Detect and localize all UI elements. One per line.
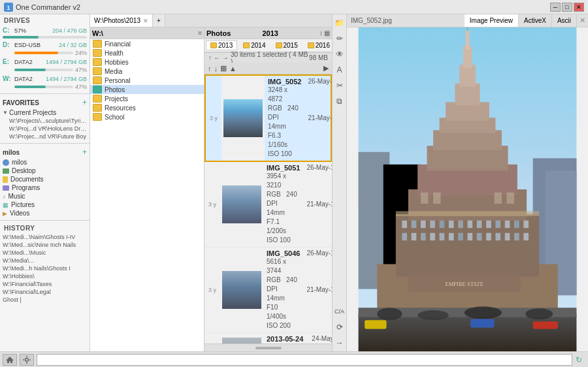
favorites-item-1[interactable]: W:\Proj...d VR\HoloLens Draw — [0, 125, 90, 133]
tool-scissors[interactable]: ✂ — [334, 80, 346, 91]
folder-icon — [93, 95, 102, 103]
photo-row-0[interactable]: 3 y IMG_5052 3248 x 4872 RGB 240 DPI — [204, 74, 332, 162]
history-item-2[interactable]: W:\Medi...\Music — [0, 249, 90, 257]
history-item-7[interactable]: W:\Financial\Legal — [0, 288, 90, 296]
nav-back[interactable]: ← — [214, 54, 220, 61]
folder-resources[interactable]: Resources — [90, 103, 204, 112]
tool-ca[interactable]: C/A — [334, 306, 346, 317]
programs-icon — [3, 185, 9, 191]
drive-e[interactable]: E: DATA2 1494 / 2794 GB — [0, 57, 90, 67]
search-input[interactable] — [37, 354, 572, 366]
drive-c-bar — [3, 36, 87, 39]
favorites-item-2[interactable]: W:\Projec...nd VR\Future Boy — [0, 133, 90, 140]
nav-forward[interactable]: → — [222, 54, 229, 61]
minimize-button[interactable]: ─ — [550, 3, 561, 12]
divider-3 — [0, 220, 90, 221]
svg-marker-64 — [6, 357, 14, 363]
favorites-current-projects[interactable]: ▼ Current Projects — [0, 108, 90, 117]
user-item-music[interactable]: ♪ Music — [0, 192, 90, 200]
folder-projects[interactable]: Projects — [90, 94, 204, 103]
bottom-bar: ↻ — [0, 351, 588, 367]
preview-tab-image[interactable]: Image Preview — [465, 14, 519, 27]
user-item-programs[interactable]: Programs — [0, 184, 90, 192]
subfolder-2015[interactable]: 2015 — [272, 40, 302, 50]
user-add-button[interactable]: + — [82, 148, 87, 157]
user-item-desktop[interactable]: Desktop — [0, 167, 90, 175]
tool-cursor[interactable]: A — [334, 64, 346, 76]
scroll-up-button[interactable]: ▲ — [228, 65, 238, 72]
user-item-pictures[interactable]: ▦ Pictures — [0, 200, 90, 209]
folder-icon — [93, 40, 102, 48]
history-item-1[interactable]: W:\Med...sic\Nine Inch Nails — [0, 241, 90, 249]
sort-asc-button[interactable]: ↑ — [206, 65, 213, 72]
folder-financial[interactable]: Financial — [90, 39, 204, 48]
app-title: One Commander v2 — [16, 3, 550, 11]
svg-rect-39 — [458, 233, 463, 240]
settings-button[interactable] — [20, 354, 34, 366]
user-section: milos + milos Desktop Documents Programs… — [0, 145, 90, 219]
folder-media[interactable]: Media — [90, 67, 204, 76]
panel-tabs: W:\Photos\2013 ✕ + — [90, 14, 332, 27]
subfolder-2016[interactable]: 2016 — [304, 40, 332, 50]
preview-tabs: IMG_5052.jpg Image Preview ActiveX Ascii… — [347, 14, 588, 27]
panel-tab-add[interactable]: + — [153, 14, 165, 27]
history-item-6[interactable]: W:\Financial\Taxes — [0, 280, 90, 288]
folder-hobbies[interactable]: Hobbies — [90, 57, 204, 67]
tool-edit[interactable]: ✏ — [334, 33, 346, 44]
home-button[interactable] — [3, 354, 17, 366]
photo-list[interactable]: 3 y IMG_5052 3248 x 4872 RGB 240 DPI — [204, 74, 332, 343]
folder-school[interactable]: School — [90, 112, 204, 121]
scroll-right-button[interactable]: ▶ — [322, 64, 330, 72]
view-toggle-button[interactable]: ▦ — [219, 64, 228, 72]
tool-folder[interactable]: 📁 — [334, 17, 346, 29]
folder-photos[interactable]: Photos — [90, 85, 204, 94]
svg-rect-35 — [421, 233, 426, 240]
favorites-item-0[interactable]: W:\Projects\...sculpture\Tyrion — [0, 117, 90, 125]
svg-rect-21 — [421, 221, 426, 228]
photo-row-1[interactable]: 3 y IMG_5051 3954 x 3210 RGB 240 DPI — [204, 162, 332, 247]
user-item-milos[interactable]: milos — [0, 158, 90, 167]
home-icon — [6, 357, 14, 363]
photo-row-2[interactable]: 3 y IMG_5046 5616 x 3744 RGB 240 DPI — [204, 247, 332, 333]
svg-rect-54 — [365, 320, 386, 328]
left-panel-menu-icon[interactable]: ≡ — [198, 29, 202, 37]
drive-w[interactable]: W: DATA2 1494 / 2794 GB — [0, 74, 90, 84]
close-tab-button[interactable]: ✕ — [143, 18, 148, 24]
app-icon: 1 — [4, 3, 13, 12]
tool-arrow[interactable]: → — [334, 337, 346, 349]
preview-tab-ascii[interactable]: Ascii — [552, 14, 577, 27]
history-item-0[interactable]: W:\Medi...\Naim\Ghosts I-IV — [0, 233, 90, 241]
panel-tab-active[interactable]: W:\Photos\2013 ✕ — [90, 14, 153, 27]
preview-close-button[interactable]: ✕ — [577, 16, 588, 25]
view-icon[interactable]: ▦ — [324, 29, 330, 37]
subfolder-2014[interactable]: 2014 — [239, 40, 269, 50]
refresh-button[interactable]: ↻ — [572, 354, 585, 366]
history-item-4[interactable]: W:\Medi...h Nails\Ghosts I — [0, 264, 90, 272]
drives-header: DRIVES — [0, 16, 90, 25]
close-button[interactable]: ✕ — [574, 3, 584, 12]
preview-tab-activex[interactable]: ActiveX — [519, 14, 552, 27]
folder-health[interactable]: Health — [90, 48, 204, 57]
svg-rect-22 — [430, 221, 435, 228]
tool-rotate[interactable]: ⟳ — [334, 321, 346, 333]
photo-row-3[interactable]: 3 y 2013-05-24 17.11.34_cr 3735 x 1208 R… — [204, 333, 332, 343]
history-item-ghost[interactable]: Ghost | — [0, 296, 90, 304]
tool-copy[interactable]: ⧉ — [334, 95, 346, 107]
drive-c[interactable]: C: 57% 204 / 476 GB — [0, 25, 90, 35]
subfolder-2013[interactable]: 2013 — [206, 40, 237, 50]
tool-eye[interactable]: 👁 — [334, 48, 346, 60]
favorites-add-button[interactable]: + — [82, 98, 87, 107]
left-file-list[interactable]: Financial Health Hobbies Media — [90, 39, 204, 351]
nav-up[interactable]: ↑ — [208, 54, 212, 61]
right-file-panel: Photos 2013 ↕ ▦ 2013 2014 — [204, 27, 332, 351]
maximize-button[interactable]: □ — [562, 3, 572, 12]
drive-d[interactable]: D: ESD-USB 24 / 32 GB — [0, 40, 90, 50]
sidebar: DRIVES C: 57% 204 / 476 GB D: ESD-USB 24… — [0, 14, 90, 351]
user-item-videos[interactable]: ▶ Videos — [0, 209, 90, 217]
folder-personal[interactable]: Personal — [90, 76, 204, 85]
history-item-5[interactable]: W:\Hobbies\ — [0, 272, 90, 280]
sort-icon[interactable]: ↕ — [319, 29, 323, 37]
history-item-3[interactable]: W:\Media\... — [0, 257, 90, 264]
sort-desc-button[interactable]: ↓ — [213, 65, 220, 72]
user-item-documents[interactable]: Documents — [0, 175, 90, 184]
